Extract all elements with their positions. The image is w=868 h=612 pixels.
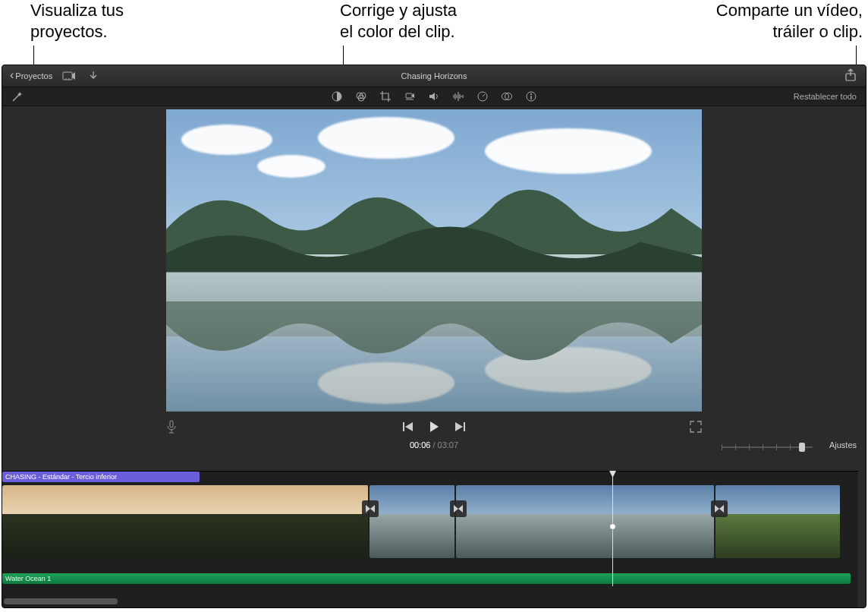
transition-icon xyxy=(714,503,725,514)
timeline-settings-button[interactable]: Ajustes xyxy=(829,440,857,450)
video-clip[interactable] xyxy=(715,485,841,558)
callout-color: Corrige y ajusta el color del clip. xyxy=(340,0,457,43)
volume-icon xyxy=(428,90,440,103)
viewer-area: 00:06 / 03:07 Ajustes xyxy=(2,106,866,515)
speed-icon xyxy=(476,90,489,103)
stabilize-icon xyxy=(404,90,416,103)
info-button[interactable] xyxy=(524,90,538,103)
title-clip[interactable]: CHASING - Estándar - Tercio inferior xyxy=(2,472,200,482)
stabilize-button[interactable] xyxy=(403,90,417,103)
callout-text: tráiler o clip. xyxy=(716,21,863,43)
previous-button[interactable] xyxy=(402,421,414,432)
noise-reduction-icon xyxy=(452,90,464,103)
share-icon xyxy=(844,68,857,82)
record-voiceover-button[interactable] xyxy=(166,420,177,434)
transition[interactable] xyxy=(711,500,728,517)
video-clip[interactable] xyxy=(370,485,456,558)
audio-clip[interactable]: Water Ocean 1 xyxy=(2,573,851,584)
time-separator: / xyxy=(430,440,437,450)
inspector-toolbar: Restablecer todo xyxy=(2,87,866,106)
zoom-knob[interactable] xyxy=(799,443,805,452)
playhead[interactable] xyxy=(612,472,613,586)
transition[interactable] xyxy=(450,500,467,517)
color-correction-icon xyxy=(355,90,367,103)
video-track xyxy=(2,485,858,558)
fullscreen-icon xyxy=(690,421,702,433)
info-icon xyxy=(525,90,537,103)
share-button[interactable] xyxy=(844,68,857,82)
zoom-track xyxy=(722,446,813,448)
imovie-window: Proyectos Chasing Horizons xyxy=(2,65,866,608)
color-correction-button[interactable] xyxy=(354,90,368,103)
callout-text: Comparte un vídeo, xyxy=(716,0,863,21)
noise-reduction-button[interactable] xyxy=(451,90,465,103)
video-clip[interactable] xyxy=(456,485,715,558)
transition-icon xyxy=(365,503,376,514)
timeline[interactable]: CHASING - Estándar - Tercio inferior Wat… xyxy=(2,471,858,607)
clip-filter-button[interactable] xyxy=(500,90,514,103)
volume-button[interactable] xyxy=(427,90,441,103)
play-button[interactable] xyxy=(428,421,440,433)
transition[interactable] xyxy=(362,500,379,517)
preview-viewer[interactable] xyxy=(166,109,702,412)
previous-icon xyxy=(402,421,414,432)
play-icon xyxy=(428,421,440,433)
current-time: 00:06 xyxy=(410,440,431,450)
color-balance-button[interactable] xyxy=(330,90,344,103)
next-icon xyxy=(454,421,466,432)
callout-share: Comparte un vídeo, tráiler o clip. xyxy=(716,0,863,43)
project-title: Chasing Horizons xyxy=(2,71,866,80)
next-button[interactable] xyxy=(454,421,466,432)
callout-text: el color del clip. xyxy=(340,21,457,43)
fullscreen-button[interactable] xyxy=(690,421,702,433)
svg-rect-6 xyxy=(406,93,412,98)
svg-rect-12 xyxy=(170,421,173,427)
timeline-zoom-slider[interactable] xyxy=(722,442,813,453)
svg-point-11 xyxy=(530,93,532,95)
clip-filter-icon xyxy=(501,90,513,103)
callout-projects: Visualiza tus proyectos. xyxy=(30,0,124,43)
callout-text: Visualiza tus xyxy=(30,0,124,21)
titlebar: Proyectos Chasing Horizons xyxy=(2,65,866,87)
duration: 03:07 xyxy=(438,440,459,450)
crop-icon xyxy=(379,90,392,103)
time-row: 00:06 / 03:07 Ajustes xyxy=(2,440,866,457)
color-balance-icon xyxy=(331,90,343,103)
callout-text: Corrige y ajusta xyxy=(340,0,457,21)
video-clip[interactable] xyxy=(2,485,370,558)
timeline-scrollbar[interactable] xyxy=(4,598,118,604)
crop-button[interactable] xyxy=(379,90,392,103)
microphone-icon xyxy=(166,420,177,434)
transition-icon xyxy=(453,503,464,514)
reset-all-button[interactable]: Restablecer todo xyxy=(794,92,857,101)
callout-text: proyectos. xyxy=(30,21,124,43)
speed-button[interactable] xyxy=(476,90,489,103)
playback-controls xyxy=(166,421,702,433)
